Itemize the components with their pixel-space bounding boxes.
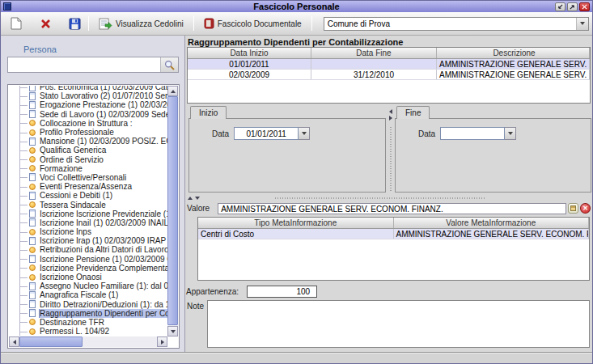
scroll-right-button[interactable]: [157, 336, 167, 347]
tree-item[interactable]: Permessi L. 104/92: [9, 327, 167, 336]
persona-search-button[interactable]: [160, 57, 178, 72]
tab-inizio[interactable]: Inizio: [190, 106, 227, 119]
tree-item[interactable]: Sede di Lavoro (1) 02/03/2009 Sede princ…: [9, 110, 167, 119]
tree-vertical-scrollbar[interactable]: [167, 86, 178, 336]
fine-date-dropdown-button[interactable]: [505, 127, 516, 140]
company-combobox[interactable]: Comune di Prova: [324, 17, 589, 31]
tree-item[interactable]: Mansione (1) 02/03/2009 POSIZ. ECONOM. D: [9, 137, 167, 146]
tree-item[interactable]: Iscrizione Onaosi: [9, 273, 167, 281]
category-icon: [29, 184, 36, 190]
tree-item[interactable]: Iscrizione Pensione (1) 02/03/2009 CPDEL…: [9, 255, 167, 264]
detail-splitter[interactable]: [185, 194, 591, 201]
valore-clear-button[interactable]: ✕: [580, 203, 591, 214]
tree-item[interactable]: Iscrizione Irap (1) 02/03/2009 IRAP - Im…: [9, 236, 167, 245]
search-icon: [164, 60, 175, 70]
tree-item[interactable]: Iscrizione Inail (1) 02/03/2009 INAIL - …: [9, 218, 167, 227]
inizio-date-dropdown-button[interactable]: [299, 127, 310, 140]
maximize-button[interactable]: [567, 2, 578, 11]
tree-item[interactable]: Iscrizione Inps: [9, 227, 167, 236]
tree-item[interactable]: Iscrizione Iscrizione Previdenziale (1) …: [9, 210, 167, 218]
splitter-grip: [275, 197, 485, 199]
vertical-scroll-thumb[interactable]: [167, 96, 178, 325]
category-icon: [29, 328, 36, 335]
column-header[interactable]: Tipo MetaInformazione: [198, 218, 394, 228]
documentale-icon: [204, 18, 214, 29]
column-header[interactable]: Descrizione: [437, 48, 590, 58]
appartenenza-label: Appartenenza:: [186, 287, 239, 296]
horizontal-scroll-thumb[interactable]: [19, 336, 83, 347]
splitter-left-arrow[interactable]: [389, 109, 392, 114]
splitter-up-arrow[interactable]: [188, 197, 193, 200]
document-icon: [29, 173, 36, 181]
tab-fine[interactable]: Fine: [396, 106, 430, 119]
category-icon: [29, 201, 36, 208]
category-icon: [29, 129, 36, 136]
note-textarea[interactable]: [207, 300, 590, 348]
splitter-grip: [390, 127, 392, 193]
company-combobox-arrow[interactable]: [576, 18, 588, 30]
tree-item-label: Profilo Professionale: [40, 128, 114, 137]
tree-item[interactable]: Ordine di Servizio: [9, 155, 167, 164]
tree-item-label: Iscrizione Iscrizione Previdenziale (1) …: [40, 210, 167, 218]
table-row[interactable]: 01/01/2011AMMINISTRAZIONE GENERALE SERV.…: [188, 59, 590, 70]
tree-item[interactable]: Voci Collettive/Personali: [9, 173, 167, 182]
tree-item[interactable]: Iscrizione Previdenza Complementare: [9, 264, 167, 273]
tree-item[interactable]: Retribuzioni da Altri Datori di Lavoro: [9, 245, 167, 254]
scroll-left-button[interactable]: [9, 336, 19, 347]
table-cell: 31/12/2010: [311, 70, 437, 79]
tree-item[interactable]: Assegno Nucleo Familiare (1): dal 01/01/…: [9, 281, 167, 290]
inizio-date-input[interactable]: 01/01/2011: [234, 127, 299, 140]
splitter-right-arrow[interactable]: [389, 116, 392, 121]
tree-horizontal-scrollbar[interactable]: [9, 336, 167, 347]
restore-button[interactable]: [555, 2, 565, 11]
valore-input[interactable]: AMMINISTRAZIONE GENERALE SERV. ECONOM. F…: [218, 203, 566, 214]
tree-item-label: Anagrafica Fiscale (1): [40, 290, 118, 299]
persona-search-input[interactable]: [8, 57, 160, 72]
valore-lookup-button[interactable]: [568, 203, 578, 214]
lookup-grid-icon: [570, 205, 576, 211]
tree-item[interactable]: Qualifica Generica: [9, 146, 167, 154]
delete-record-button[interactable]: [38, 16, 53, 31]
save-button[interactable]: [67, 16, 82, 31]
tree-item-label: Formazione: [40, 164, 83, 173]
scroll-up-button[interactable]: [167, 86, 178, 96]
tree-item[interactable]: Profilo Professionale: [9, 128, 167, 137]
status-bar: [1, 352, 592, 363]
persona-panel: Persona Pos. Economica (1) 02/03/2009 Ca…: [1, 36, 185, 352]
category-icon: [29, 229, 36, 235]
column-header[interactable]: Data Fine: [311, 48, 437, 58]
close-button[interactable]: [579, 2, 590, 11]
table-cell: Centri di Costo: [198, 229, 394, 239]
inizio-data-label: Data: [212, 129, 229, 138]
table-row[interactable]: 02/03/200931/12/2010AMMINISTRAZIONE GENE…: [188, 70, 590, 80]
tree-item[interactable]: Destinazione TFR: [9, 318, 167, 327]
tree-item[interactable]: Anagrafica Fiscale (1): [9, 290, 167, 299]
tree-item[interactable]: Erogazione Prestazione (1) 02/03/2009 Fu…: [9, 100, 167, 109]
column-header[interactable]: Data Inizio: [188, 48, 311, 58]
fascicolo-personale-window: Fascicolo Personale Visualizza Cedoli: [0, 0, 593, 364]
tree-item[interactable]: Stato Lavorativo (2) 01/07/2010 Servizio…: [9, 91, 167, 100]
toolbar: Visualizza Cedolini Fascicolo Documental…: [1, 12, 592, 36]
splitter-down-arrow[interactable]: [195, 197, 200, 200]
appartenenza-input[interactable]: 100: [247, 286, 317, 298]
valore-label: Valore: [187, 204, 210, 213]
tree-item[interactable]: Cessioni e Debiti (1): [9, 191, 167, 200]
tree-item[interactable]: Collocazione in Struttura :: [9, 119, 167, 128]
fine-data-label: Data: [418, 129, 435, 138]
tree-item[interactable]: Raggruppamento Dipendenti per Contabiliz…: [9, 309, 167, 318]
tree-item[interactable]: Formazione: [9, 164, 167, 173]
tree-item[interactable]: Tessera Sindacale: [9, 200, 167, 209]
tree-item[interactable]: Pos. Economica (1) 02/03/2009 Cat. B3 - …: [9, 86, 167, 91]
tabs-splitter[interactable]: [387, 106, 394, 193]
fascicolo-documentale-button[interactable]: Fascicolo Documentale: [201, 16, 305, 31]
tree-item[interactable]: Eventi Presenza/Assenza: [9, 182, 167, 191]
table-row[interactable]: Centri di CostoAMMINISTRAZIONE GENERALE …: [198, 229, 589, 239]
new-record-button[interactable]: [9, 16, 23, 31]
visualizza-cedolini-button[interactable]: Visualizza Cedolini: [95, 16, 187, 32]
column-header[interactable]: Valore MetaInformazione: [394, 218, 590, 228]
tree-item[interactable]: Diritto Detrazioni/Deduzioni (1): da 1/2…: [9, 300, 167, 309]
fine-tab-panel: Data: [395, 118, 591, 193]
scroll-down-button[interactable]: [167, 326, 178, 336]
fine-date-input[interactable]: [440, 127, 505, 140]
document-icon: [29, 210, 36, 218]
